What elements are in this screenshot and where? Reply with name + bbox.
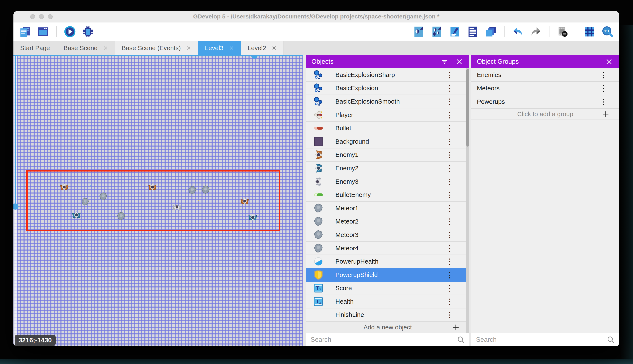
object-menu-icon[interactable]: ⋮ [446,151,454,159]
project-manager-button[interactable] [19,25,32,38]
canvas-sprite-meteor[interactable] [187,184,197,196]
canvas-vertical-scrollbar[interactable] [15,55,16,207]
object-row-basicexplosionsharp[interactable]: BasicExplosionSharp⋮ [306,68,469,82]
plus-icon[interactable] [452,324,460,331]
object-row-health[interactable]: TxHealth⋮ [306,295,469,308]
tab-level2[interactable]: Level2 [241,41,283,55]
tab-base-scene[interactable]: Base Scene [57,41,115,55]
close-objects-panel-icon[interactable] [455,57,464,66]
tab-start-page[interactable]: Start Page [14,41,57,55]
canvas-sprite-ship-orange[interactable] [59,182,69,192]
canvas-sprite-ship-gray[interactable] [172,202,182,213]
object-menu-icon[interactable]: ⋮ [446,111,454,119]
tab-level3[interactable]: Level3 [198,41,241,55]
canvas-sprite-meteor[interactable] [201,184,210,196]
toggle-properties-panel-button[interactable] [448,25,461,38]
object-row-meteor4[interactable]: Meteor4⋮ [306,242,469,255]
object-menu-icon[interactable]: ⋮ [446,204,454,212]
object-row-meteor3[interactable]: Meteor3⋮ [306,228,469,242]
add-object-row[interactable]: Add a new object [306,322,469,333]
objects-scrollbar-thumb[interactable] [466,69,469,146]
object-menu-icon[interactable]: ⋮ [446,71,454,79]
object-row-meteor1[interactable]: Meteor1⋮ [306,202,469,215]
close-tab-icon[interactable] [271,46,277,50]
object-row-enemy1[interactable]: Enemy1⋮ [306,148,469,162]
object-menu-icon[interactable]: ⋮ [446,218,454,226]
redo-button[interactable] [529,25,542,38]
object-menu-icon[interactable]: ⋮ [446,164,454,172]
zoom-window-button[interactable] [48,14,53,19]
object-menu-icon[interactable]: ⋮ [446,98,454,106]
toggle-grid-button[interactable] [583,25,596,38]
canvas-sprite-dot-cyan[interactable] [90,184,92,186]
object-row-poweruphealth[interactable]: PowerupHealth⋮ [306,255,469,268]
toggle-object-groups-panel-button[interactable] [430,25,443,38]
object-row-powerupshield[interactable]: PowerupShield⋮ [306,268,469,282]
canvas-horizontal-scrollbar[interactable] [14,55,303,56]
group-menu-icon[interactable]: ⋮ [599,84,607,92]
object-row-finishline[interactable]: FinishLine⋮ [306,308,469,322]
object-menu-icon[interactable]: ⋮ [446,231,454,239]
open-scene-button[interactable] [37,25,50,38]
tab-base-scene-events-[interactable]: Base Scene (Events) [115,41,198,55]
scene-canvas[interactable]: 3216;-1430 [14,55,303,346]
canvas-sprite-meteor[interactable] [99,190,108,203]
object-row-score[interactable]: TxScore⋮ [306,282,469,295]
object-menu-icon[interactable]: ⋮ [446,191,454,199]
object-row-player[interactable]: Player⋮ [306,108,469,122]
object-menu-icon[interactable]: ⋮ [446,271,454,279]
plus-icon[interactable] [602,110,609,118]
canvas-sprite-dot-yellow[interactable] [53,198,55,200]
minimize-window-button[interactable] [39,14,44,19]
canvas-sprite-dot-yellow[interactable] [198,199,200,202]
canvas-sprite-ship-teal[interactable] [71,210,81,220]
object-row-enemy2[interactable]: Enemy2⋮ [306,162,469,175]
groups-search-input[interactable] [471,336,619,344]
object-menu-icon[interactable]: ⋮ [446,244,454,252]
object-row-background[interactable]: Background⋮ [306,135,469,148]
canvas-sprite-ship-teal[interactable] [248,212,258,222]
object-menu-icon[interactable]: ⋮ [446,311,454,319]
object-menu-icon[interactable]: ⋮ [446,84,454,92]
toggle-layers-panel-button[interactable] [484,25,497,38]
group-menu-icon[interactable]: ⋮ [599,71,607,79]
canvas-sprite-ship-orange[interactable] [240,196,249,206]
object-menu-icon[interactable]: ⋮ [446,284,454,292]
debug-button[interactable] [81,25,94,38]
zoom-1-1-button[interactable]: 1:1 [601,25,614,38]
objects-scrollbar-track[interactable] [466,68,469,333]
group-row-meteors[interactable]: Meteors⋮ [471,82,619,95]
add-group-row[interactable]: Click to add a group [471,108,619,120]
toggle-window-mask-button[interactable] [556,25,569,38]
toggle-objects-panel-button[interactable] [412,25,425,38]
filter-icon[interactable] [440,57,449,66]
object-menu-icon[interactable]: ⋮ [446,124,454,132]
canvas-sprite-meteor[interactable] [115,211,127,221]
object-menu-icon[interactable]: ⋮ [446,178,454,186]
object-row-enemy3[interactable]: Enemy3⋮ [306,175,469,188]
group-row-enemies[interactable]: Enemies⋮ [471,68,619,82]
object-row-basicexplosion[interactable]: BasicExplosion⋮ [306,82,469,95]
objects-search-input[interactable] [306,336,469,344]
close-tab-icon[interactable] [103,46,108,50]
canvas-sprite-meteor[interactable] [81,196,90,207]
object-menu-icon[interactable]: ⋮ [446,138,454,146]
launch-preview-button[interactable] [63,25,76,38]
object-row-meteor2[interactable]: Meteor2⋮ [306,215,469,228]
close-window-button[interactable] [30,14,35,19]
close-tab-icon[interactable] [186,46,191,50]
undo-button[interactable] [511,25,524,38]
object-menu-icon[interactable]: ⋮ [446,298,454,306]
object-row-basicexplosionsmooth[interactable]: BasicExplosionSmooth⋮ [306,95,469,108]
horizontal-scroll-thumb[interactable] [251,55,257,59]
close-tab-icon[interactable] [229,46,234,50]
toggle-instances-panel-button[interactable] [466,25,479,38]
group-row-powerups[interactable]: Powerups⋮ [471,95,619,108]
vertical-scroll-thumb[interactable] [14,204,19,210]
object-row-bulletenemy[interactable]: BulletEnemy⋮ [306,188,469,202]
group-menu-icon[interactable]: ⋮ [599,98,607,106]
close-object-groups-panel-icon[interactable] [604,57,614,66]
canvas-sprite-ship-orange[interactable] [148,182,157,192]
object-menu-icon[interactable]: ⋮ [446,258,454,266]
object-row-bullet[interactable]: Bullet⋮ [306,122,469,135]
